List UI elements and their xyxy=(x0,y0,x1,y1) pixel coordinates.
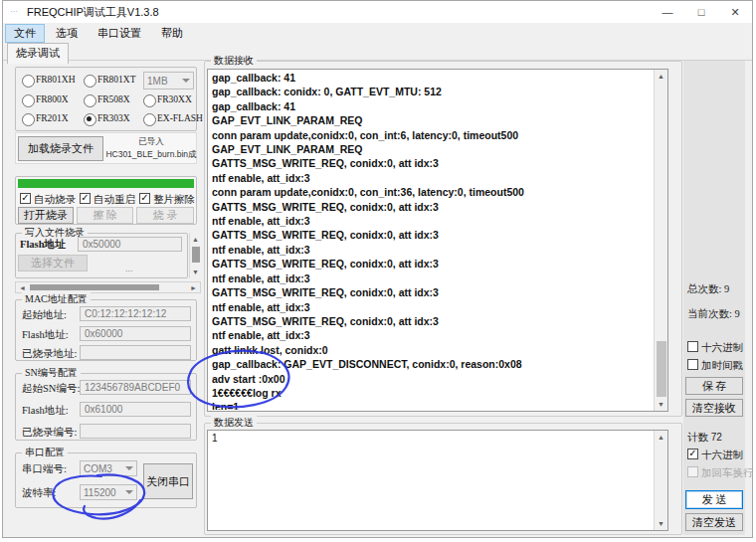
burn-button[interactable]: 烧 录 xyxy=(136,207,194,224)
crlf-checkbox[interactable] xyxy=(687,466,698,477)
radio-icon[interactable] xyxy=(22,75,35,88)
write-file-more-text: ... xyxy=(125,264,133,273)
radio-icon[interactable] xyxy=(84,113,96,126)
current-count-value: 9 xyxy=(735,308,740,319)
receive-hex-label: 十六进制 xyxy=(701,341,743,355)
receive-log-text: gap_callback: 41 gap_callback: conidx: 0… xyxy=(212,71,652,410)
total-count: 总次数: 9 xyxy=(687,282,729,296)
auto-restart-checkbox[interactable] xyxy=(80,193,91,204)
receive-vscrollbar[interactable]: ▲ ▼ xyxy=(654,70,667,411)
write-file-vscrollbar[interactable]: ▲ ▼ xyxy=(189,233,201,278)
burn-control-group: 自动烧录 自动重启 整片擦除 打开烧录 擦 除 烧 录 xyxy=(15,176,197,225)
radio-fr801xt[interactable] xyxy=(84,74,96,91)
total-count-label: 总次数: xyxy=(687,283,721,294)
clear-send-button[interactable]: 清空发送 xyxy=(685,513,743,531)
current-count: 当前次数: 9 xyxy=(687,307,740,321)
menu-file[interactable]: 文件 xyxy=(5,24,45,43)
timestamp-checkbox[interactable] xyxy=(687,359,698,370)
radio-icon[interactable] xyxy=(143,113,156,126)
send-button[interactable]: 发 送 xyxy=(685,490,743,509)
radio-fr801xh[interactable] xyxy=(22,74,35,91)
auto-burn-checkbox[interactable] xyxy=(20,193,31,204)
receive-group-title: 数据接收 xyxy=(211,54,257,68)
minimize-icon[interactable]: — xyxy=(651,1,684,23)
radio-icon[interactable] xyxy=(84,94,96,107)
chip-erase-checkbox[interactable] xyxy=(139,193,150,204)
scroll-down-icon[interactable]: ▼ xyxy=(190,266,201,278)
scrollbar-thumb[interactable] xyxy=(192,247,200,263)
open-burn-button[interactable]: 打开烧录 xyxy=(18,207,74,224)
scrollbar-thumb[interactable] xyxy=(657,341,666,397)
save-button[interactable]: 保 存 xyxy=(685,377,743,395)
radio-fr30xx[interactable] xyxy=(143,93,156,111)
menu-options[interactable]: 选项 xyxy=(47,24,87,43)
menu-serial-settings[interactable]: 串口设置 xyxy=(89,24,150,43)
radio-label: FR508X xyxy=(97,94,130,104)
sn-group-title: SN编号配置 xyxy=(22,366,81,380)
scroll-right-icon[interactable]: ► xyxy=(187,282,200,292)
mac-burned-addr-label: 已烧录地址: xyxy=(22,347,77,361)
radio-label: EX-FLASH xyxy=(157,113,203,123)
radio-fr303x[interactable] xyxy=(84,112,96,130)
radio-fr508x[interactable] xyxy=(84,93,96,111)
baud-rate-label: 波特率: xyxy=(22,486,56,500)
write-flash-addr-input[interactable]: 0x50000 xyxy=(78,237,182,252)
current-count-label: 当前次数: xyxy=(687,308,732,319)
close-serial-button[interactable]: 关闭串口 xyxy=(143,463,193,499)
radio-icon[interactable] xyxy=(143,94,156,107)
chevron-down-icon xyxy=(125,490,133,494)
baud-rate-dropdown[interactable]: 115200 xyxy=(80,484,137,500)
burn-progress-bar xyxy=(18,179,194,188)
radio-ex-flash[interactable] xyxy=(143,112,156,130)
load-burn-file-button[interactable]: 加载烧录文件 xyxy=(18,136,103,161)
radio-icon[interactable] xyxy=(22,113,35,126)
send-text: 1 xyxy=(212,432,652,446)
sn-burned-input[interactable] xyxy=(80,424,191,439)
radio-icon[interactable] xyxy=(84,75,96,88)
title-bar: ··· FREQCHIP调试工具V1.3.8 — □ ✕ xyxy=(3,1,752,23)
mac-burned-addr-input[interactable] xyxy=(80,345,191,360)
send-textarea[interactable]: 1 ▲ ▼ xyxy=(207,430,668,531)
radio-label: FR201X xyxy=(36,113,69,123)
mac-start-addr-input[interactable]: C0:12:12:12:12:12 xyxy=(80,306,191,321)
scroll-up-icon[interactable]: ▲ xyxy=(190,233,201,246)
send-count-label: 计数 xyxy=(687,432,708,443)
menu-bar: 文件 选项 串口设置 帮助 xyxy=(3,23,752,43)
chevron-down-icon xyxy=(125,466,133,470)
send-vscrollbar[interactable]: ▲ ▼ xyxy=(654,431,667,530)
sn-flash-addr-input[interactable]: 0x61000 xyxy=(80,402,191,417)
tab-strip: 烧录调试 xyxy=(3,43,752,61)
scroll-down-icon[interactable]: ▼ xyxy=(655,398,667,411)
erase-button[interactable]: 擦 除 xyxy=(77,207,133,224)
serial-group-title: 串口配置 xyxy=(22,446,68,459)
chip-erase-label: 整片擦除 xyxy=(153,193,195,207)
radio-fr201x[interactable] xyxy=(22,112,35,130)
scrollbar-thumb[interactable] xyxy=(30,284,159,290)
select-file-button[interactable]: 选择文件 xyxy=(18,255,88,271)
clear-receive-button[interactable]: 清空接收 xyxy=(685,399,743,417)
send-hex-checkbox[interactable] xyxy=(687,449,698,459)
sn-start-label: 起始SN编号: xyxy=(22,382,80,396)
radio-icon[interactable] xyxy=(22,94,35,107)
serial-port-value: COM3 xyxy=(84,463,112,474)
tab-burn-debug[interactable]: 烧录调试 xyxy=(7,43,69,64)
scroll-up-icon[interactable]: ▲ xyxy=(655,70,667,83)
send-count-value: 72 xyxy=(711,432,722,443)
sn-start-input[interactable]: 123456789ABCDEF0 xyxy=(80,380,191,395)
serial-config-group: 串口配置 串口端号: COM3 波特率: 115200 关闭串口 xyxy=(15,452,197,508)
scroll-down-icon[interactable]: ▼ xyxy=(655,517,667,530)
receive-hex-checkbox[interactable] xyxy=(687,341,698,352)
close-icon[interactable]: ✕ xyxy=(718,1,752,23)
sn-burned-label: 已烧录编号: xyxy=(22,426,77,440)
auto-burn-label: 自动烧录 xyxy=(34,193,76,207)
scroll-up-icon[interactable]: ▲ xyxy=(655,431,667,444)
menu-help[interactable]: 帮助 xyxy=(152,24,192,43)
receive-textarea[interactable]: gap_callback: 41 gap_callback: conidx: 0… xyxy=(207,69,668,412)
radio-fr800x[interactable] xyxy=(22,93,35,111)
mac-flash-addr-input[interactable]: 0x60000 xyxy=(80,326,191,341)
scroll-left-icon[interactable]: ◄ xyxy=(16,282,29,292)
maximize-icon[interactable]: □ xyxy=(684,1,718,23)
serial-port-dropdown[interactable]: COM3 xyxy=(80,460,137,476)
flash-size-dropdown[interactable]: 1MB xyxy=(143,72,194,90)
load-status-line1: 已导入 xyxy=(105,135,197,148)
